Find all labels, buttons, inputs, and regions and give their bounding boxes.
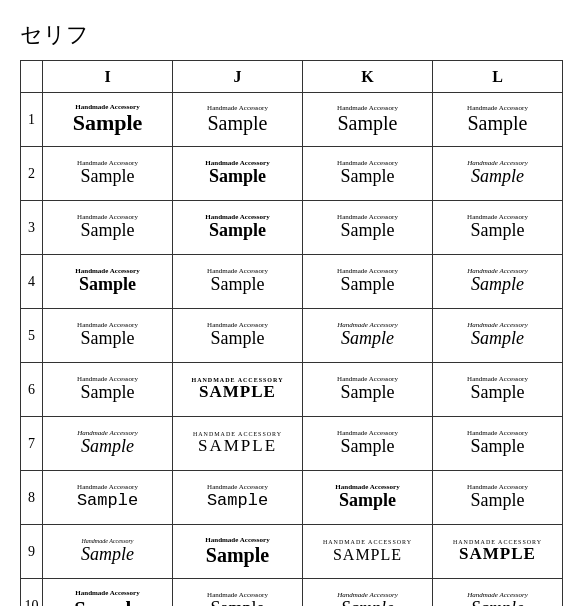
cell-bottom-text: Sample (211, 275, 265, 295)
font-cell: Handmade AccessorySample (433, 363, 563, 417)
cell-bottom-text: SAMPLE (459, 545, 536, 564)
cell-bottom-text: Sample (471, 437, 525, 457)
table-row: 2Handmade AccessorySampleHandmade Access… (21, 147, 563, 201)
col-header-empty (21, 61, 43, 93)
cell-bottom-text: Sample (341, 275, 395, 295)
font-cell: Handmade AccessorySample (303, 93, 433, 147)
row-number: 2 (21, 147, 43, 201)
cell-content: Handmade AccessorySample (306, 214, 429, 241)
cell-bottom-text: Sample (471, 599, 524, 606)
cell-bottom-text: Sample (471, 329, 524, 349)
cell-bottom-text: Sample (79, 275, 136, 295)
table-row: 8Handmade AccessorySampleHandmade Access… (21, 471, 563, 525)
cell-content: Handmade AccessorySample (176, 322, 299, 349)
cell-content: Handmade AccessorySample (46, 160, 169, 187)
font-cell: HANDMADE ACCESSORYSAMPLE (433, 525, 563, 579)
cell-bottom-text: Sample (341, 383, 395, 403)
font-cell: Handmade AccessorySample (433, 147, 563, 201)
cell-content: Handmade AccessorySample (306, 376, 429, 403)
font-cell: Handmade AccessorySample (43, 363, 173, 417)
font-cell: HANDMADE ACCESSORYSAMPLE (173, 417, 303, 471)
font-cell: Handmade AccessorySample (433, 417, 563, 471)
row-number: 8 (21, 471, 43, 525)
cell-content: Handmade AccessorySample (46, 322, 169, 349)
table-row: 9Handmade AccessorySampleHandmade Access… (21, 525, 563, 579)
font-cell: Handmade AccessorySample (173, 201, 303, 255)
cell-bottom-text: Sample (81, 167, 135, 187)
font-cell: Handmade AccessorySample (303, 255, 433, 309)
cell-content: Handmade AccessorySample (306, 430, 429, 457)
cell-content: Handmade AccessorySample (436, 376, 559, 403)
cell-content: Handmade AccessorySample (176, 484, 299, 510)
table-row: 3Handmade AccessorySampleHandmade Access… (21, 201, 563, 255)
font-cell: HANDMADE ACCESSORYSAMPLE (303, 525, 433, 579)
font-cell: Handmade AccessorySample (303, 579, 433, 607)
cell-top-text: Handmade Accessory (337, 105, 398, 113)
cell-content: Handmade AccessorySample (176, 268, 299, 295)
table-row: 5Handmade AccessorySampleHandmade Access… (21, 309, 563, 363)
cell-bottom-text: Sample (81, 383, 135, 403)
font-cell: Handmade AccessorySample (43, 417, 173, 471)
cell-content: Handmade AccessorySample (436, 322, 559, 349)
font-cell: Handmade AccessorySample (43, 255, 173, 309)
col-header-j: J (173, 61, 303, 93)
cell-content: Handmade AccessorySample (46, 538, 169, 564)
cell-content: Handmade AccessorySample (176, 214, 299, 241)
cell-content: Handmade AccessorySample (436, 160, 559, 187)
page-title: セリフ (20, 20, 563, 50)
cell-content: Handmade AccessorySample (436, 484, 559, 511)
table-row: 10Handmade AccessorySampleHandmade Acces… (21, 579, 563, 607)
cell-content: Handmade AccessorySample (46, 268, 169, 295)
cell-content: HANDMADE ACCESSORYSAMPLE (176, 431, 299, 456)
font-cell: Handmade AccessorySample (43, 201, 173, 255)
cell-bottom-text: SAMPLE (199, 383, 276, 402)
col-header-l: L (433, 61, 563, 93)
cell-bottom-text: Sample (471, 383, 525, 403)
font-cell: Handmade AccessorySample (303, 147, 433, 201)
cell-content: Handmade AccessorySample (46, 430, 169, 457)
cell-bottom-text: Sample (341, 599, 394, 606)
font-cell: Handmade AccessorySample (173, 525, 303, 579)
cell-bottom-text: Sample (468, 112, 528, 134)
font-table: I J K L 1Handmade AccessorySampleHandmad… (20, 60, 563, 606)
font-cell: Handmade AccessorySample (433, 201, 563, 255)
font-cell: Handmade AccessorySample (433, 471, 563, 525)
font-cell: Handmade AccessorySample (43, 579, 173, 607)
row-number: 4 (21, 255, 43, 309)
cell-bottom-text: Sample (211, 329, 265, 349)
cell-top-text: Handmade Accessory (207, 105, 268, 113)
cell-content: HANDMADE ACCESSORYSAMPLE (306, 539, 429, 563)
font-cell: Handmade AccessorySample (43, 525, 173, 579)
cell-top-text: HANDMADE ACCESSORY (323, 539, 412, 546)
cell-content: HANDMADE ACCESSORYSAMPLE (176, 377, 299, 402)
font-cell: Handmade AccessorySample (303, 363, 433, 417)
cell-content: Handmade AccessorySample (46, 214, 169, 241)
cell-bottom-text: Sample (471, 167, 524, 187)
cell-bottom-text: SAMPLE (198, 437, 277, 456)
cell-content: Handmade AccessorySample (436, 214, 559, 241)
cell-content: Handmade AccessorySample (436, 430, 559, 457)
cell-content: Handmade AccessorySample (306, 322, 429, 349)
row-number: 6 (21, 363, 43, 417)
table-row: 7Handmade AccessorySampleHANDMADE ACCESS… (21, 417, 563, 471)
font-cell: Handmade AccessorySample (43, 93, 173, 147)
cell-bottom-text: Sample (341, 329, 394, 349)
table-row: 6Handmade AccessorySampleHANDMADE ACCESS… (21, 363, 563, 417)
cell-bottom-text: SAMPLE (333, 546, 402, 564)
table-row: 1Handmade AccessorySampleHandmade Access… (21, 93, 563, 147)
font-cell: Handmade AccessorySample (433, 579, 563, 607)
cell-content: Handmade AccessorySample (176, 160, 299, 187)
cell-bottom-text: Sample (206, 544, 269, 566)
cell-bottom-text: Sample (81, 545, 134, 565)
col-header-i: I (43, 61, 173, 93)
cell-bottom-text: Sample (471, 491, 525, 511)
font-cell: Handmade AccessorySample (43, 471, 173, 525)
row-number: 9 (21, 525, 43, 579)
font-cell: Handmade AccessorySample (303, 201, 433, 255)
cell-bottom-text: Sample (341, 437, 395, 457)
font-cell: Handmade AccessorySample (433, 93, 563, 147)
font-cell: Handmade AccessorySample (173, 147, 303, 201)
cell-bottom-text: Sample (81, 437, 134, 457)
font-cell: Handmade AccessorySample (303, 471, 433, 525)
cell-content: Handmade AccessorySample (306, 484, 429, 511)
